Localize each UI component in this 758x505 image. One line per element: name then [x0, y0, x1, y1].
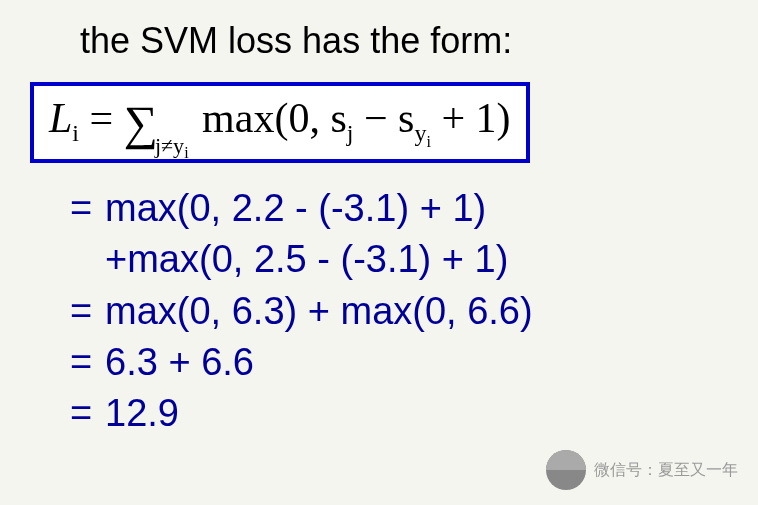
calc-line-1a: = max(0, 2.2 - (-3.1) + 1): [70, 183, 728, 234]
eq-2: =: [70, 286, 105, 337]
watermark-text: 夏至又一年: [594, 460, 738, 481]
formula-lhs-var: Li: [49, 95, 79, 141]
sigma-symbol: ∑: [124, 95, 158, 150]
max-fn-open: max(0, s: [192, 95, 347, 141]
minus-syi: − s: [353, 95, 414, 141]
sy-y: y: [414, 120, 426, 146]
sum-cond: j≠y: [155, 133, 184, 158]
expr-2: max(0, 6.3) + max(0, 6.6): [105, 286, 533, 337]
syi-sub: yi: [414, 120, 430, 146]
calc-line-2: = max(0, 6.3) + max(0, 6.6): [70, 286, 728, 337]
sigma-subscript: j≠yi: [155, 133, 189, 158]
plus-one-close: + 1): [431, 95, 511, 141]
equals-sign: =: [79, 95, 124, 141]
eq-1: =: [70, 183, 105, 234]
var-L: L: [49, 95, 72, 141]
expr-3: 6.3 + 6.6: [105, 337, 254, 388]
sum-cond-sub: i: [184, 145, 188, 162]
calc-line-3: = 6.3 + 6.6: [70, 337, 728, 388]
wechat-name: 夏至又一年: [658, 461, 738, 478]
expr-1a: max(0, 2.2 - (-3.1) + 1): [105, 183, 486, 234]
svm-loss-formula: Li = ∑j≠yi max(0, sj − syi + 1): [30, 82, 530, 163]
eq-4: =: [70, 388, 105, 439]
wechat-label: [594, 461, 658, 478]
wechat-avatar-icon: [546, 450, 586, 490]
eq-3: =: [70, 337, 105, 388]
expr-4: 12.9: [105, 388, 179, 439]
calc-line-4: = 12.9: [70, 388, 728, 439]
expr-1b: +max(0, 2.5 - (-3.1) + 1): [105, 234, 508, 285]
calc-line-1b: +max(0, 2.5 - (-3.1) + 1): [105, 234, 728, 285]
watermark: 夏至又一年: [546, 450, 738, 490]
slide-title: the SVM loss has the form:: [80, 20, 728, 62]
calculation-steps: = max(0, 2.2 - (-3.1) + 1) +max(0, 2.5 -…: [70, 183, 728, 439]
